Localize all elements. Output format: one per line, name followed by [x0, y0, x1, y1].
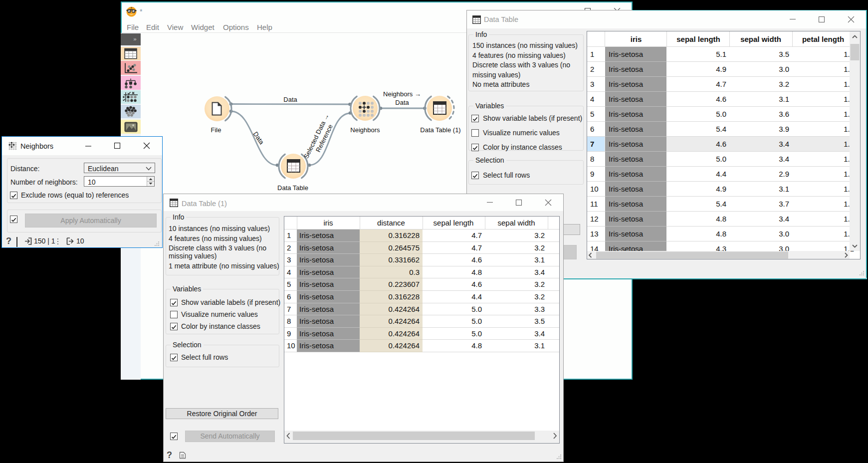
svg-text:Neighbors →: Neighbors →	[383, 90, 421, 98]
svg-text:Neighbors: Neighbors	[350, 126, 380, 134]
svg-text:Data: Data	[283, 96, 297, 103]
svg-text:Data: Data	[395, 99, 409, 106]
svg-text:File: File	[211, 126, 221, 134]
svg-text:Data Table (1): Data Table (1)	[420, 126, 460, 134]
svg-text:Data Table: Data Table	[277, 184, 308, 192]
